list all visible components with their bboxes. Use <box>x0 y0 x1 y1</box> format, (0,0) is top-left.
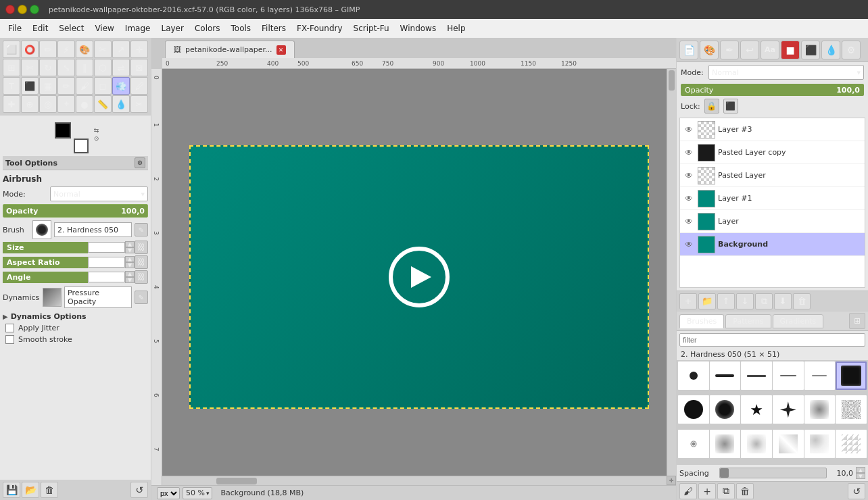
background-color-swatch[interactable] <box>74 139 89 153</box>
reset-colors-icon[interactable]: ⊙ <box>94 135 99 142</box>
window-controls[interactable] <box>5 5 39 14</box>
vertical-scrollbar[interactable] <box>667 69 676 476</box>
canvas-viewport[interactable]: ✛ <box>162 69 676 485</box>
size-down-arrow[interactable]: ▼ <box>125 247 135 253</box>
close-button[interactable] <box>5 5 15 14</box>
canvas-expand-button[interactable]: ✛ <box>667 476 676 485</box>
spacing-up-arrow[interactable]: ▲ <box>856 467 865 473</box>
brush-cell-2[interactable] <box>710 361 741 390</box>
layer-item-pasted-copy[interactable]: 👁 Pasted Layer copy <box>680 141 865 164</box>
right-tool-aa[interactable]: Aa <box>761 41 779 59</box>
tool-cage[interactable]: ⊠ <box>130 59 148 76</box>
unit-dropdown[interactable]: px <box>157 487 180 499</box>
raise-layer-button[interactable]: ↑ <box>717 293 735 309</box>
size-up-arrow[interactable]: ▲ <box>125 241 135 247</box>
tool-ellipse-select[interactable]: ⭕ <box>21 41 39 58</box>
dynamics-name-field[interactable]: Pressure Opacity <box>64 286 132 308</box>
angle-up-arrow[interactable]: ▲ <box>125 271 135 277</box>
menu-fxfoundry[interactable]: FX-Foundry <box>291 21 348 36</box>
menu-windows[interactable]: Windows <box>395 21 442 36</box>
spacing-down-arrow[interactable]: ▼ <box>856 473 865 479</box>
aspect-ratio-arrows[interactable]: ▲ ▼ <box>125 256 135 268</box>
brushes-tab[interactable]: Brushes <box>679 314 724 328</box>
layer-visibility-icon-pasted[interactable]: 👁 <box>683 170 695 182</box>
size-chain-button[interactable]: ⛓ <box>135 241 148 254</box>
horizontal-scrollbar-thumb[interactable] <box>216 478 257 484</box>
menu-file[interactable]: File <box>3 21 27 36</box>
menu-image[interactable]: Image <box>120 21 156 36</box>
layer-item-background[interactable]: 👁 Background <box>680 233 865 256</box>
delete-brush-button[interactable]: 🗑 <box>736 483 754 499</box>
swap-colors-icon[interactable]: ⇆ <box>94 127 99 134</box>
brush-cell-18[interactable] <box>836 430 867 458</box>
brush-filter-input[interactable] <box>679 333 865 347</box>
tool-eraser[interactable]: ◻ <box>94 77 112 95</box>
tool-color-picker[interactable]: 💧 <box>112 95 130 113</box>
tool-dodge-burn[interactable]: ● <box>76 95 93 113</box>
tool-smudge[interactable]: ⌖ <box>57 95 75 113</box>
menu-view[interactable]: View <box>89 21 119 36</box>
delete-layer-button[interactable]: 🗑 <box>793 293 811 309</box>
brush-cell-5[interactable] <box>804 361 836 390</box>
tool-align[interactable]: ⊞ <box>3 59 20 76</box>
refresh-brushes-button[interactable]: ↺ <box>848 483 865 499</box>
menu-edit[interactable]: Edit <box>27 21 53 36</box>
brush-cell-17[interactable] <box>804 430 836 458</box>
brush-cell-6[interactable] <box>836 361 867 390</box>
layer-visibility-icon-layer[interactable]: 👁 <box>683 216 695 228</box>
delete-tool-preset-button[interactable]: 🗑 <box>41 482 58 498</box>
canvas-tab-main[interactable]: 🖼 petanikode-wallpaper... ✕ <box>165 41 295 58</box>
tool-text[interactable]: T <box>3 77 20 95</box>
tool-preset-refresh-button[interactable]: ↺ <box>130 482 148 498</box>
canvas-background[interactable] <box>189 145 649 409</box>
minimize-button[interactable] <box>18 5 27 14</box>
tool-perspective[interactable]: ⬡ <box>94 59 112 76</box>
tool-scissors[interactable]: ✂ <box>130 95 148 113</box>
tool-colors[interactable]: 🎨 <box>76 41 93 58</box>
vertical-scrollbar-thumb[interactable] <box>669 70 675 91</box>
open-tool-preset-button[interactable]: 📂 <box>22 482 39 498</box>
tool-paintbrush[interactable]: 🖌 <box>76 77 93 95</box>
menu-select[interactable]: Select <box>53 21 89 36</box>
dynamics-edit-button[interactable]: ✎ <box>135 291 148 304</box>
right-tool-paths[interactable]: ✒ <box>720 41 739 59</box>
layer-item-3[interactable]: 👁 Layer #3 <box>680 118 865 141</box>
tool-move[interactable]: ✛ <box>130 41 148 58</box>
layer-item-1[interactable]: 👁 Layer #1 <box>680 187 865 210</box>
lower-layer-button[interactable]: ↓ <box>736 293 754 309</box>
merge-down-button[interactable]: ⬇ <box>774 293 792 309</box>
spacing-slider[interactable] <box>719 468 827 478</box>
menu-help[interactable]: Help <box>441 21 471 36</box>
duplicate-layer-button[interactable]: ⧉ <box>755 293 773 309</box>
aspect-ratio-input[interactable]: 0,00 <box>88 257 125 268</box>
brush-preview[interactable] <box>32 220 51 239</box>
menu-tools[interactable]: Tools <box>226 21 257 36</box>
brush-cell-10[interactable] <box>773 395 804 424</box>
gradients-tab[interactable]: Gradients <box>773 314 824 328</box>
tool-blend[interactable]: ▦ <box>39 77 57 95</box>
right-tool-extra[interactable]: ⚙ <box>842 41 861 59</box>
dynamics-options-toggle[interactable]: ▶ Dynamics Options <box>3 311 148 322</box>
tool-blur-sharpen[interactable]: ◎ <box>39 95 57 113</box>
brush-name-field[interactable]: 2. Hardness 050 <box>54 222 132 237</box>
lock-pixels-button[interactable]: 🔒 <box>704 99 719 114</box>
tool-transform[interactable]: ↗ <box>112 41 130 58</box>
layer-item-pasted[interactable]: 👁 Pasted Layer <box>680 164 865 187</box>
brush-cell-13[interactable] <box>678 430 709 458</box>
patterns-tab[interactable]: Patterns <box>725 314 771 328</box>
brush-cell-1[interactable] <box>678 361 709 390</box>
tool-bucket-fill[interactable]: ⬛ <box>21 77 39 95</box>
right-tool-water[interactable]: 💧 <box>821 41 840 59</box>
save-tool-preset-button[interactable]: 💾 <box>3 482 20 498</box>
spacing-arrows[interactable]: ▲ ▼ <box>856 467 865 479</box>
layer-visibility-icon-pasted-copy[interactable]: 👁 <box>683 147 695 159</box>
tool-crop[interactable]: ✄ <box>21 59 39 76</box>
size-input[interactable]: 20,00 <box>88 242 125 253</box>
tool-ink[interactable]: 🖊 <box>130 77 148 95</box>
tool-heal[interactable]: ✚ <box>3 95 20 113</box>
layer-visibility-icon-bg[interactable]: 👁 <box>683 239 695 251</box>
mode-dropdown[interactable]: Normal ▾ <box>50 186 148 201</box>
layers-mode-dropdown[interactable]: Normal ▾ <box>708 65 864 80</box>
size-arrows[interactable]: ▲ ▼ <box>125 241 135 253</box>
brush-cell-14[interactable] <box>710 430 741 458</box>
